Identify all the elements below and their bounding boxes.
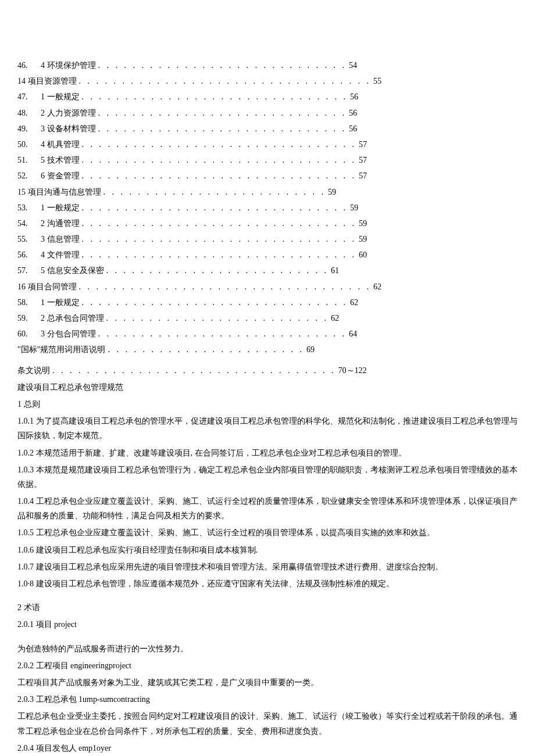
paragraph: 1.0.6 建设项目工程总承包应实行项目经理责任制和项目成本核算制. (17, 543, 518, 557)
toc-dots: . . . . . . . . . . . . . . . . . . . . … (80, 169, 359, 183)
toc-row: 52.6 资金管理. . . . . . . . . . . . . . . .… (17, 169, 518, 183)
toc-row: 49.3 设备材料管理. . . . . . . . . . . . . . .… (17, 121, 518, 136)
toc-dots: . . . . . . . . . . . . . . . . . . . . … (96, 327, 349, 341)
toc-page: 64 (349, 327, 357, 341)
toc-dots: . . . . . . . . . . . . . . . . . . . . … (50, 363, 338, 378)
toc-page: 62 (331, 311, 339, 325)
term-heading: 2.0.4 项目发包人 emp1oyer (17, 741, 518, 755)
toc-title: 2 人力资源管理 (41, 106, 96, 120)
toc-row: 54.2 沟通管理. . . . . . . . . . . . . . . .… (17, 216, 518, 231)
toc-title: 4 文件管理 (41, 248, 80, 262)
toc-title: 4 机具管理 (41, 137, 80, 152)
toc-title: "国标"规范用词用语说明 (17, 342, 105, 357)
toc-title: 3 分包合同管理 (41, 327, 96, 341)
toc-page: 54 (349, 58, 357, 73)
toc-title: 1 一般规定 (41, 200, 80, 215)
toc-dots: . . . . . . . . . . . . . . . . . . . . … (80, 153, 359, 167)
term-heading: 2.0.2 工程项目 engineeringproject (17, 658, 518, 673)
toc-row: 16 项目合同管理. . . . . . . . . . . . . . . .… (17, 280, 518, 294)
toc-dots: . . . . . . . . . . . . . . . . . . . . … (77, 74, 374, 88)
section-heading: 1 总则 (17, 397, 518, 411)
toc-page: 57 (359, 137, 367, 152)
toc-dots: . . . . . . . . . . . . . . . . . . . . … (80, 216, 359, 231)
document-body: 建设项目工程总承包管理规范 1 总则 1.0.1 为了提高建设项目工程总承包的管… (17, 380, 518, 756)
toc-title: 3 信息管理 (41, 232, 80, 246)
term-definition: 工程项目其产品或服务对象为工业、建筑或其它类工程，是广义项目中重要的一类。 (17, 675, 518, 690)
toc-page: 60 (359, 248, 367, 262)
toc-num: 55. (17, 232, 41, 246)
toc-dots: . . . . . . . . . . . . . . . . . . . . … (96, 58, 349, 73)
toc-title: 5 信息安全及保密 (41, 263, 104, 278)
toc-dots: . . . . . . . . . . . . . . . . . . . . … (80, 137, 359, 152)
toc-row: 15 项目沟通与信息管理. . . . . . . . . . . . . . … (17, 185, 518, 199)
toc-title: 14 项目资源管理 (17, 74, 77, 88)
toc-page: 57 (359, 153, 367, 167)
toc-dots: . . . . . . . . . . . . . . . . . . . . … (104, 263, 331, 278)
toc-title: 条文说明 (17, 363, 50, 378)
toc-dots: . . . . . . . . . . . . . . . . . . . . … (80, 232, 359, 246)
toc-page: 56 (349, 121, 357, 136)
toc-dots: . . . . . . . . . . . . . . . . . . . . … (101, 185, 329, 199)
toc-dots: . . . . . . . . . . . . . . . . . . . . … (105, 342, 306, 357)
toc-page: 59 (359, 216, 367, 231)
paragraph: 1.0.5 工程总承包企业应建立覆盖设计、采购、施工、试运行全过程的项目管理体系… (17, 525, 518, 540)
toc-row: 48.2 人力资源管理. . . . . . . . . . . . . . .… (17, 106, 518, 120)
toc-row: 60.3 分包合同管理. . . . . . . . . . . . . . .… (17, 327, 518, 341)
toc-row: 55.3 信息管理. . . . . . . . . . . . . . . .… (17, 232, 518, 246)
toc-dots: . . . . . . . . . . . . . . . . . . . . … (80, 89, 351, 104)
toc-page: 69 (306, 342, 315, 357)
toc-title: 15 项目沟通与信息管理 (17, 185, 101, 199)
toc-page: 59 (328, 185, 336, 199)
toc-row: 50.4 机具管理. . . . . . . . . . . . . . . .… (17, 137, 518, 152)
toc-row: 57.5 信息安全及保密. . . . . . . . . . . . . . … (17, 263, 518, 278)
paragraph: 1.0.4 工程总承包企业应建立覆盖设计、采购、施工、试运行全过程的质量管理体系… (17, 494, 518, 523)
paragraph: 1.0.2 本规范适用于新建、扩建、改建等建设项目, 在合同签订后，工程总承包企… (17, 446, 518, 460)
toc-row: 14 项目资源管理. . . . . . . . . . . . . . . .… (17, 74, 518, 88)
toc-num: 59. (17, 311, 41, 325)
toc-row: 56.4 文件管理. . . . . . . . . . . . . . . .… (17, 248, 518, 262)
toc-title: 6 资金管理 (41, 169, 80, 183)
toc-dots: . . . . . . . . . . . . . . . . . . . . … (96, 106, 349, 120)
toc-num: 57. (17, 263, 41, 278)
toc-page: 55 (373, 74, 381, 88)
toc-page: 61 (331, 263, 339, 278)
toc-row: 51.5 技术管理. . . . . . . . . . . . . . . .… (17, 153, 518, 167)
toc-num: 52. (17, 169, 41, 183)
toc-page: 62 (373, 280, 381, 294)
toc-dots: . . . . . . . . . . . . . . . . . . . . … (80, 295, 351, 310)
toc-num: 58. (17, 295, 41, 310)
toc-row: 59.2 总承包合同管理. . . . . . . . . . . . . . … (17, 311, 518, 325)
term-definition: 为创造独特的产品或服务而进行的一次性努力。 (17, 642, 518, 656)
toc-row: 58.1 一般规定. . . . . . . . . . . . . . . .… (17, 295, 518, 310)
toc-footer-row: 条文说明. . . . . . . . . . . . . . . . . . … (17, 363, 518, 378)
toc-title: 3 设备材料管理 (41, 121, 96, 136)
toc-title: 16 项目合同管理 (17, 280, 77, 294)
toc-row: "国标"规范用词用语说明. . . . . . . . . . . . . . … (17, 342, 518, 357)
toc-title: 5 技术管理 (41, 153, 80, 167)
toc-row: 53.1 一般规定. . . . . . . . . . . . . . . .… (17, 200, 518, 215)
document-title: 建设项目工程总承包管理规范 (17, 380, 518, 395)
toc-dots: . . . . . . . . . . . . . . . . . . . . … (80, 200, 351, 215)
toc-num: 56. (17, 248, 41, 262)
toc-num: 47. (17, 89, 41, 104)
toc-title: 1 一般规定 (41, 89, 80, 104)
toc-title: 1 一般规定 (41, 295, 80, 310)
paragraph: 1.0.1 为了提高建设项目工程总承包的管理水平，促进建设项目工程总承包管理的科… (17, 414, 518, 443)
term-heading: 2.0.3 工程总承包 1ump-sumcontracting (17, 692, 518, 707)
term-heading: 2.0.1 项目 project (17, 617, 518, 632)
toc-page: 70～122 (338, 363, 367, 378)
term-definition: 工程总承包企业受业主委托，按照合同约定对工程建设项目的设计、采购、施工、试运行（… (17, 709, 518, 738)
toc-title: 2 总承包合同管理 (41, 311, 104, 325)
toc-dots: . . . . . . . . . . . . . . . . . . . . … (77, 280, 374, 294)
toc-row: 47.1 一般规定. . . . . . . . . . . . . . . .… (17, 89, 518, 104)
toc-title: 2 沟通管理 (41, 216, 80, 231)
toc-page: 56 (350, 89, 358, 104)
toc-num: 46. (17, 58, 41, 73)
toc-page: 59 (350, 200, 358, 215)
toc-num: 49. (17, 121, 41, 136)
toc-dots: . . . . . . . . . . . . . . . . . . . . … (104, 311, 331, 325)
toc-title: 4 环境保护管理 (41, 58, 96, 73)
toc-dots: . . . . . . . . . . . . . . . . . . . . … (80, 248, 359, 262)
toc-dots: . . . . . . . . . . . . . . . . . . . . … (96, 121, 349, 136)
toc-page: 56 (349, 106, 357, 120)
